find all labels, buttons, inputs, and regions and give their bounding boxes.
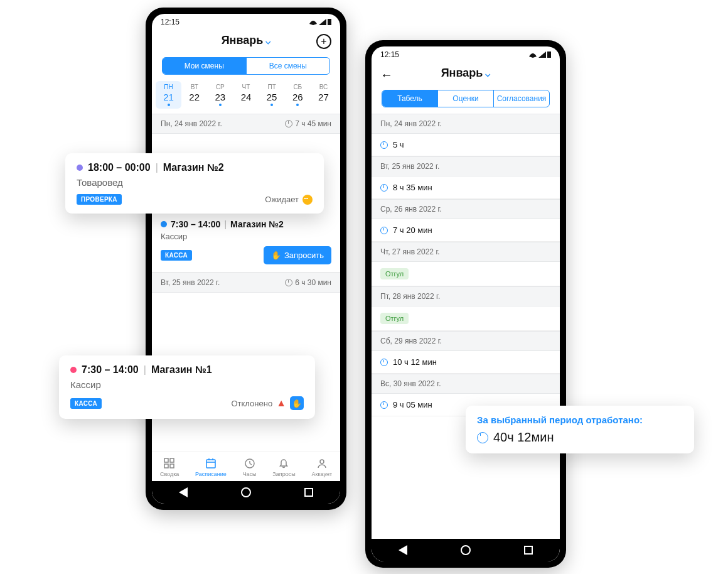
hours-row[interactable]: 8 ч 35 мин bbox=[372, 176, 560, 199]
clock-icon bbox=[380, 401, 388, 409]
svg-rect-3 bbox=[164, 464, 168, 468]
calendar-day[interactable]: ЧТ24 bbox=[233, 81, 259, 109]
separator: | bbox=[224, 219, 227, 229]
month-selector[interactable]: Январь ⌵ bbox=[441, 67, 491, 80]
shift-role: Товаровед bbox=[77, 177, 313, 188]
shift-role: Кассир bbox=[161, 232, 331, 241]
shift-popup-rejected: 7:30 – 14:00 | Магазин №1 Кассир КАССА О… bbox=[59, 355, 315, 419]
shift-store: Магазин №2 bbox=[230, 219, 284, 229]
month-label: Январь bbox=[222, 34, 264, 47]
wifi-icon bbox=[528, 51, 537, 58]
calendar-day[interactable]: ВС27 bbox=[311, 81, 336, 109]
open-shift-card[interactable]: 7:30 – 14:00 | Магазин №2 Кассир КАССА ✋… bbox=[152, 213, 340, 273]
android-home[interactable] bbox=[241, 487, 251, 497]
shift-color-dot bbox=[70, 367, 77, 373]
svg-point-12 bbox=[320, 460, 324, 463]
dayoff-row[interactable]: Отгул bbox=[372, 306, 560, 331]
status-text: Ожидает bbox=[265, 195, 299, 204]
hours-tabs: Табель Оценки Согласования bbox=[382, 90, 550, 107]
dayoff-row[interactable]: Отгул bbox=[372, 262, 560, 286]
day-header: Пн, 24 янв 2022 г. bbox=[372, 114, 560, 134]
day-header: Вс, 30 янв 2022 г. bbox=[372, 374, 560, 394]
add-button[interactable]: + bbox=[316, 34, 331, 49]
total-value: 40ч 12мин bbox=[493, 430, 554, 445]
month-label: Январь bbox=[441, 67, 483, 80]
shift-store: Магазин №1 bbox=[151, 364, 212, 376]
android-recent[interactable] bbox=[304, 488, 313, 497]
svg-rect-2 bbox=[170, 458, 174, 462]
clock-icon bbox=[285, 279, 292, 286]
day-header: Чт, 27 янв 2022 г. bbox=[372, 242, 560, 262]
nav-label: Сводка bbox=[160, 471, 179, 477]
svg-rect-0 bbox=[328, 19, 331, 25]
shift-tag: ПРОВЕРКА bbox=[77, 194, 122, 205]
nav-label: Аккаунт bbox=[311, 471, 332, 477]
total-worked-popup: За выбранный период отработано: 40ч 12ми… bbox=[466, 406, 694, 453]
nav-account[interactable]: Аккаунт bbox=[311, 457, 332, 477]
tab-ratings[interactable]: Оценки bbox=[437, 90, 493, 107]
warning-icon: ▲ bbox=[276, 398, 286, 409]
week-row: ПН21ВТ22СР23ЧТ24ПТ25СБ26ВС27 bbox=[152, 81, 340, 114]
hand-icon: ✋ bbox=[271, 251, 281, 260]
clock-icon bbox=[380, 141, 388, 149]
nav-label: Запросы bbox=[272, 471, 295, 477]
status-time: 12:15 bbox=[380, 50, 399, 59]
calendar-day[interactable]: ПТ25 bbox=[259, 81, 285, 109]
calendar-day[interactable]: ПН21 bbox=[156, 81, 181, 109]
clock-icon bbox=[380, 184, 388, 192]
month-selector[interactable]: Январь ⌵ bbox=[222, 34, 271, 47]
svg-rect-4 bbox=[170, 464, 174, 468]
day-header: Вт, 25 янв 2022 г. bbox=[372, 156, 560, 176]
phone-hours: 12:15 ← Январь ⌵ Табель Оценки Согласова… bbox=[365, 40, 566, 568]
nav-label: Часы bbox=[243, 471, 257, 477]
nav-label: Расписание bbox=[195, 471, 227, 477]
calendar-day[interactable]: СР23 bbox=[207, 81, 233, 109]
nav-hours[interactable]: Часы bbox=[243, 457, 257, 477]
status-time: 12:15 bbox=[161, 18, 179, 26]
tab-my-shifts[interactable]: Мои смены bbox=[163, 58, 246, 74]
android-back[interactable] bbox=[399, 545, 407, 555]
user-icon bbox=[316, 457, 328, 470]
status-bar: 12:15 bbox=[152, 14, 340, 28]
chevron-down-icon: ⌵ bbox=[265, 36, 270, 46]
shift-time: 7:30 – 14:00 bbox=[171, 219, 220, 229]
battery-icon bbox=[547, 51, 551, 58]
clock-icon bbox=[244, 457, 256, 470]
battery-icon bbox=[328, 19, 331, 25]
status-bar: 12:15 bbox=[372, 46, 560, 60]
calendar-day[interactable]: СБ26 bbox=[285, 81, 311, 109]
shift-popup-pending: 18:00 – 00:00 | Магазин №2 Товаровед ПРО… bbox=[65, 153, 324, 214]
phone-schedule: 12:15 Январь ⌵ + Мои смены Все смены ПН2… bbox=[146, 8, 346, 510]
shift-color-dot bbox=[77, 165, 83, 171]
section-duration: 7 ч 45 мин bbox=[295, 119, 331, 128]
android-home[interactable] bbox=[461, 545, 471, 555]
section-duration: 6 ч 30 мин bbox=[295, 278, 331, 287]
day-header: Пт, 28 янв 2022 г. bbox=[372, 286, 560, 306]
android-back[interactable] bbox=[179, 487, 188, 497]
separator: | bbox=[156, 162, 158, 173]
clock-icon bbox=[380, 359, 388, 366]
hand-icon[interactable]: ✋ bbox=[290, 396, 304, 410]
hours-row[interactable]: 7 ч 20 мин bbox=[372, 219, 560, 242]
hours-list: Пн, 24 янв 2022 г.5 чВт, 25 янв 2022 г.8… bbox=[372, 114, 560, 539]
back-button[interactable]: ← bbox=[380, 68, 393, 82]
request-label: Запросить bbox=[284, 251, 324, 260]
wifi-icon bbox=[309, 19, 318, 25]
shift-tag: КАССА bbox=[70, 398, 102, 409]
hours-row[interactable]: 10 ч 12 мин bbox=[372, 351, 560, 374]
tab-timesheet[interactable]: Табель bbox=[382, 90, 437, 107]
request-button[interactable]: ✋ Запросить bbox=[264, 246, 331, 264]
nav-requests[interactable]: Запросы bbox=[272, 457, 295, 477]
nav-schedule[interactable]: Расписание bbox=[195, 457, 227, 477]
shift-store: Магазин №2 bbox=[163, 162, 224, 173]
nav-summary[interactable]: Сводка bbox=[160, 457, 179, 477]
hours-row[interactable]: 5 ч bbox=[372, 134, 560, 156]
svg-rect-13 bbox=[547, 51, 551, 58]
tab-approvals[interactable]: Согласования bbox=[493, 90, 549, 107]
calendar-day[interactable]: ВТ22 bbox=[181, 81, 207, 109]
day-section-header: Пн, 24 янв 2022 г. 7 ч 45 мин bbox=[152, 114, 340, 134]
tab-all-shifts[interactable]: Все смены bbox=[246, 58, 330, 74]
android-recent[interactable] bbox=[524, 546, 533, 555]
shift-role: Кассир bbox=[70, 379, 304, 390]
svg-rect-5 bbox=[206, 460, 215, 468]
